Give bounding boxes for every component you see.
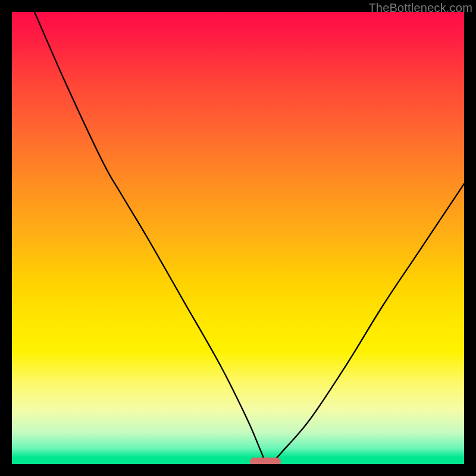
watermark-text: TheBottleneck.com	[368, 1, 472, 15]
plot-area	[12, 12, 464, 464]
bottleneck-curve	[12, 12, 464, 464]
chart-frame: TheBottleneck.com	[0, 0, 476, 476]
optimum-marker	[250, 458, 281, 464]
